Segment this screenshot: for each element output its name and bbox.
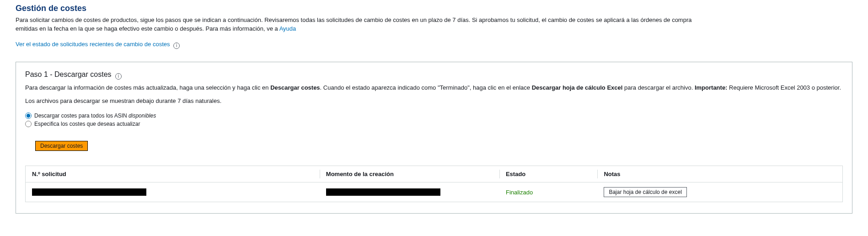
step1-panel: Paso 1 - Descargar costes i Para descarg… xyxy=(16,62,852,214)
table-row: Finalizado Bajar hoja de cálculo de exce… xyxy=(26,182,843,202)
radio-specify[interactable]: Especifica los costes que deseas actuali… xyxy=(25,121,843,127)
col-notes: Notas xyxy=(597,166,842,182)
step1-title-text: Paso 1 - Descargar costes xyxy=(25,70,112,78)
step1-note: Los archivos para descargar se muestran … xyxy=(25,97,843,104)
help-link[interactable]: Ayuda xyxy=(279,25,296,32)
info-icon[interactable]: i xyxy=(173,43,180,49)
col-created: Momento de la creación xyxy=(320,166,499,182)
recent-requests-link[interactable]: Ver el estado de solicitudes recientes d… xyxy=(16,41,170,48)
intro-text: Para solicitar cambios de costes de prod… xyxy=(16,16,702,33)
step1-title: Paso 1 - Descargar costes i xyxy=(25,70,843,80)
redacted-created-at xyxy=(326,188,440,196)
radio-all-asin-input[interactable] xyxy=(25,113,32,119)
col-status: Estado xyxy=(499,166,597,182)
download-options: Descargar costes para todos los ASIN dis… xyxy=(25,113,843,127)
step1-description: Para descargar la información de costes … xyxy=(25,83,843,92)
downloads-table: N.º solicitud Momento de la creación Est… xyxy=(25,166,843,202)
table-header-row: N.º solicitud Momento de la creación Est… xyxy=(26,166,843,182)
page-title: Gestión de costes xyxy=(16,4,852,13)
intro-body: Para solicitar cambios de costes de prod… xyxy=(16,16,691,32)
info-icon[interactable]: i xyxy=(115,73,122,80)
download-costs-button[interactable]: Descargar costes xyxy=(35,141,88,151)
radio-all-asin[interactable]: Descargar costes para todos los ASIN dis… xyxy=(25,113,843,119)
radio-specify-input[interactable] xyxy=(25,121,32,127)
col-request: N.º solicitud xyxy=(26,166,320,182)
redacted-request-id xyxy=(32,188,146,196)
status-badge: Finalizado xyxy=(506,189,533,196)
download-excel-button[interactable]: Bajar hoja de cálculo de excel xyxy=(604,187,686,197)
